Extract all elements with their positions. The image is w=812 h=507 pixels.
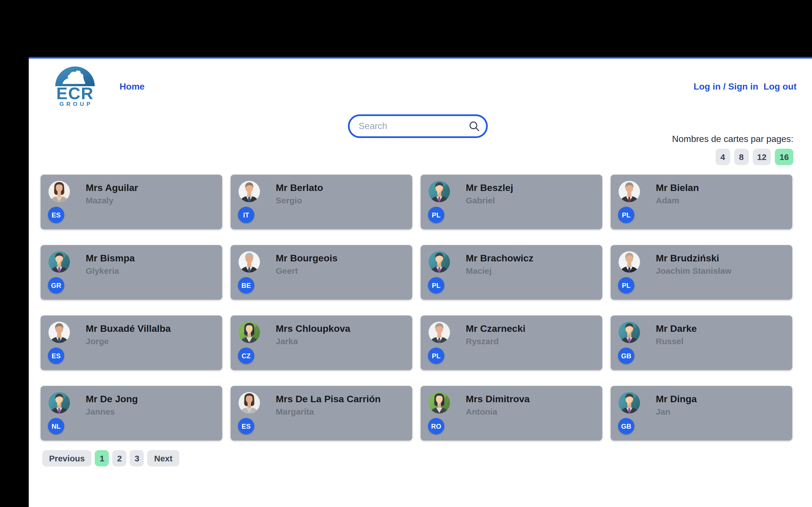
member-name: Mr De Jong — [86, 394, 138, 405]
avatar-shade — [49, 181, 70, 202]
page-size-option-16[interactable]: 16 — [775, 149, 794, 165]
logout-link[interactable]: Log out — [763, 82, 797, 92]
page-size-label: Nombres de cartes par pages: — [672, 134, 794, 144]
member-card[interactable]: Mr Beszlej Gabriel PL — [421, 175, 602, 229]
member-first-name: Maciej — [466, 266, 492, 276]
member-avatar — [49, 181, 70, 202]
member-card[interactable]: Mr Bielan Adam PL — [611, 175, 792, 229]
member-card[interactable]: Mr Brudziński Joachim Stanisław PL — [611, 245, 792, 300]
page-button-2[interactable]: 2 — [112, 450, 126, 466]
search-icon[interactable] — [469, 121, 480, 132]
search-bar — [348, 114, 488, 138]
page-size-option-12[interactable]: 12 — [753, 149, 771, 165]
login-link[interactable]: Log in / Sign in — [694, 82, 758, 92]
avatar-shade — [619, 181, 640, 202]
country-badge: ES — [48, 207, 64, 223]
member-first-name: Sergio — [276, 195, 302, 205]
member-name: Mrs Dimitrova — [466, 394, 530, 405]
member-name: Mr Dinga — [656, 394, 697, 405]
avatar-shade — [49, 322, 70, 343]
avatar-shade — [619, 251, 640, 273]
member-first-name: Geert — [276, 266, 298, 276]
member-avatar — [619, 322, 640, 343]
screen: ECR GROUP Home Log in / Sign in Log out … — [0, 0, 812, 507]
member-first-name: Ryszard — [466, 336, 499, 346]
member-card[interactable]: Mrs Aguilar Mazaly ES — [41, 175, 222, 229]
country-badge: PL — [428, 277, 444, 293]
member-name: Mr Czarnecki — [466, 323, 525, 335]
ecr-logo-arch-icon — [55, 65, 95, 86]
member-first-name: Russel — [656, 336, 683, 346]
previous-button[interactable]: Previous — [42, 450, 92, 466]
member-avatar — [239, 392, 260, 413]
member-first-name: Mazaly — [86, 195, 113, 205]
country-badge: CZ — [238, 348, 254, 364]
member-name: Mrs Aguilar — [86, 182, 138, 194]
member-avatar — [49, 392, 70, 413]
member-avatar — [49, 251, 70, 273]
country-badge: PL — [428, 348, 444, 364]
member-card[interactable]: Mrs Chloupkova Jarka CZ — [231, 316, 412, 370]
member-name: Mr Brachowicz — [466, 253, 534, 264]
avatar-shade — [619, 392, 640, 413]
member-name: Mr Brudziński — [656, 253, 719, 264]
member-card[interactable]: Mr Bismpa Glykeria GR — [41, 245, 222, 300]
country-badge: GB — [618, 348, 635, 364]
avatar-shade — [239, 251, 260, 273]
member-name: Mr Bourgeois — [276, 253, 338, 264]
member-card[interactable]: Mrs De La Pisa Carrión Margarita ES — [231, 386, 412, 441]
member-avatar — [49, 322, 70, 343]
member-name: Mrs De La Pisa Carrión — [276, 394, 380, 405]
member-first-name: Gabriel — [466, 195, 495, 205]
member-card[interactable]: Mrs Dimitrova Antonia RO — [421, 386, 602, 441]
country-badge: GB — [618, 418, 635, 434]
member-name: Mr Bismpa — [86, 253, 135, 264]
member-card[interactable]: Mr Bourgeois Geert BE — [231, 245, 412, 300]
member-card[interactable]: Mr Berlato Sergio IT — [231, 175, 412, 229]
member-first-name: Jarka — [276, 336, 298, 346]
member-name: Mr Beszlej — [466, 182, 513, 194]
next-button[interactable]: Next — [147, 450, 179, 466]
logo-subtext: GROUP — [57, 101, 95, 108]
member-card[interactable]: Mr Czarnecki Ryszard PL — [421, 316, 602, 370]
member-card[interactable]: Mr Buxadé Villalba Jorge ES — [41, 316, 222, 370]
member-first-name: Margarita — [276, 407, 314, 416]
member-avatar — [428, 181, 450, 202]
country-badge: PL — [618, 277, 635, 293]
member-avatar — [619, 392, 640, 413]
page-size-option-4[interactable]: 4 — [715, 149, 730, 165]
member-name: Mr Bielan — [656, 182, 699, 194]
avatar-shade — [428, 251, 450, 273]
home-link[interactable]: Home — [119, 82, 145, 92]
country-badge: RO — [428, 418, 444, 434]
page-button-3[interactable]: 3 — [130, 450, 144, 466]
country-badge: GR — [48, 277, 64, 293]
search-input[interactable] — [348, 114, 488, 138]
member-first-name: Antonia — [466, 407, 497, 416]
member-avatar — [428, 322, 450, 343]
page-number-buttons: 123 — [95, 450, 144, 466]
member-name: Mr Darke — [656, 323, 697, 335]
page-size-selector: Nombres de cartes par pages: 481216 — [672, 134, 794, 165]
member-card[interactable]: Mr Brachowicz Maciej PL — [421, 245, 602, 300]
avatar-shade — [49, 392, 70, 413]
country-badge: ES — [238, 418, 254, 434]
member-avatar — [428, 251, 450, 273]
member-card[interactable]: Mr De Jong Jannes NL — [41, 386, 222, 441]
member-card[interactable]: Mr Darke Russel GB — [611, 316, 792, 370]
member-name: Mrs Chloupkova — [276, 323, 350, 335]
page-size-option-8[interactable]: 8 — [734, 149, 749, 165]
member-avatar — [619, 251, 640, 273]
member-avatar — [239, 322, 260, 343]
member-first-name: Jannes — [86, 407, 115, 416]
member-name: Mr Buxadé Villalba — [86, 323, 171, 335]
member-first-name: Adam — [656, 195, 679, 205]
avatar-shade — [49, 251, 70, 273]
page-button-1[interactable]: 1 — [95, 450, 109, 466]
avatar-shade — [428, 322, 450, 343]
member-avatar — [619, 181, 640, 202]
country-badge: NL — [48, 418, 64, 434]
ecr-logo[interactable]: ECR GROUP — [55, 65, 95, 108]
member-card[interactable]: Mr Dinga Jan GB — [611, 386, 792, 441]
member-first-name: Jorge — [86, 336, 109, 346]
